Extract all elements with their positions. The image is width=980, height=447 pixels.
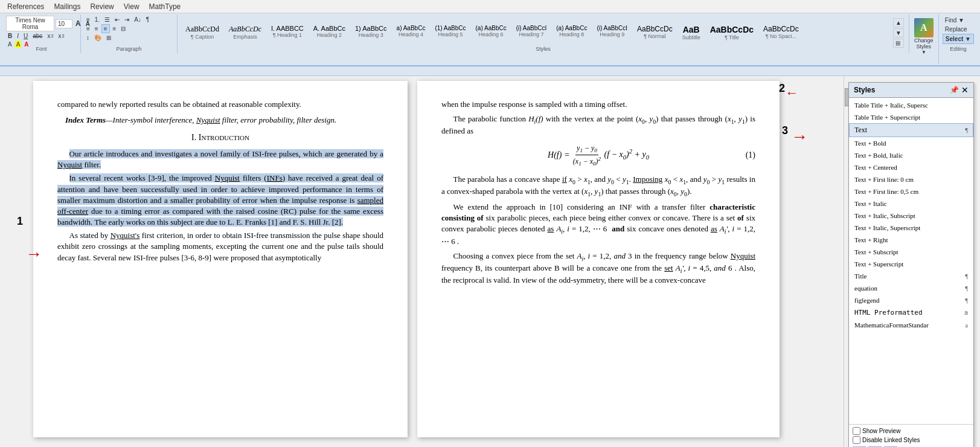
styles-panel-close-btn[interactable]: ✕ <box>961 85 969 95</box>
style-entry-text-firstline-05[interactable]: Text + First line: 0,5 cm <box>849 185 973 198</box>
style-entry-text-italic-superscript[interactable]: Text + Italic, Superscript <box>849 222 973 234</box>
style-entry-equation[interactable]: equation ¶ <box>849 282 973 294</box>
style-entry-title[interactable]: Title ¶ <box>849 270 973 282</box>
menu-mathtype[interactable]: MathType <box>144 1 186 12</box>
increase-indent-btn[interactable]: ⇥ <box>123 16 131 24</box>
disable-linked-checkbox[interactable] <box>853 436 860 444</box>
replace-btn[interactable]: Replace <box>943 25 974 34</box>
menu-mailings[interactable]: Mailings <box>49 1 85 12</box>
styles-list: Table Title + Italic, Supersc Table Titl… <box>849 98 973 424</box>
section-heading: I. INTRODUCTION <box>57 132 383 144</box>
shading-btn[interactable]: 🎨 <box>92 34 103 42</box>
left-page: compared to newly reported results can b… <box>33 81 408 437</box>
show-preview-checkbox[interactable] <box>853 427 860 435</box>
style-heading8[interactable]: (a) AaBbCc Heading 8 <box>552 23 591 42</box>
style-heading3[interactable]: 1) AaBbCc Heading 3 <box>351 23 391 42</box>
style-entry-mathematica[interactable]: MathematicaFormatStandar a <box>849 319 973 331</box>
style-entry-table-title-italic[interactable]: Table Title + Italic, Supersc <box>849 99 973 111</box>
subscript-btn[interactable]: x2 <box>45 32 55 40</box>
style-subtitle[interactable]: AaB Subtitle <box>678 23 705 42</box>
ribbon: Times New Roma 10 A A B I U abc x2 x2 A … <box>0 13 980 66</box>
decrease-indent-btn[interactable]: ⇤ <box>113 16 121 24</box>
sort-btn[interactable]: A↓ <box>132 16 143 24</box>
menu-review[interactable]: Review <box>85 1 118 12</box>
style-heading9[interactable]: (i) AaBbCcI Heading 9 <box>592 23 632 42</box>
style-entry-text-subscript[interactable]: Text + Subscript <box>849 246 973 258</box>
style-entry-text-right[interactable]: Text + Right <box>849 234 973 246</box>
formula-number: (1) <box>746 149 755 161</box>
style-heading4[interactable]: a) AaBbCc Heading 4 <box>392 23 430 42</box>
show-marks-btn[interactable]: ¶ <box>144 16 151 24</box>
select-btn[interactable]: Select ▼ <box>943 34 974 44</box>
styles-panel-pin[interactable]: 📌 <box>950 85 959 95</box>
left-page-wrapper: compared to newly reported results can b… <box>0 76 412 447</box>
annotation-arrow-2: → <box>785 85 798 101</box>
style-normal[interactable]: AaBbCcDc ¶ Normal <box>633 23 677 42</box>
column-btn[interactable]: ⊟ <box>119 25 127 33</box>
formula-denominator: (x1 − x0)2 <box>572 155 602 168</box>
style-entry-text-superscript[interactable]: Text + Superscript <box>849 258 973 270</box>
italic-btn[interactable]: I <box>15 32 21 40</box>
font-group-label: Font <box>2 46 80 52</box>
line-spacing-btn[interactable]: ↕ <box>85 34 91 42</box>
style-entry-text-bold-italic[interactable]: Text + Bold, Italic <box>849 149 973 161</box>
right-para1: when the impulse response is sampled wit… <box>441 99 755 110</box>
bold-btn[interactable]: B <box>6 32 14 40</box>
intro-para3: As stated by Nyquist's first criterion, … <box>57 230 383 263</box>
superscript-btn[interactable]: x2 <box>57 32 66 40</box>
menu-view[interactable]: View <box>119 1 144 12</box>
style-heading1[interactable]: I. AABBCC ¶ Heading 1 <box>267 23 308 42</box>
footer-checkboxes: Show Preview Disable Linked Styles <box>853 427 970 444</box>
style-emphasis[interactable]: AaBbCcDc Emphasis <box>225 23 266 42</box>
styles-panel-controls: 📌 ✕ <box>950 85 969 95</box>
intro-para2: In several recent works [3-9], the impro… <box>57 173 383 228</box>
intro-continuation: compared to newly reported results can b… <box>57 99 383 110</box>
style-entry-text-centered[interactable]: Text + Centered <box>849 161 973 173</box>
show-preview-label[interactable]: Show Preview <box>853 427 970 435</box>
numbering-btn[interactable]: 1. <box>93 16 101 24</box>
find-btn[interactable]: Find ▼ <box>943 16 974 25</box>
formula-1: H(f) = y1 − y0 (x1 − x0)2 (f − x0)2 + y0… <box>441 143 755 168</box>
style-entry-html-preformatted[interactable]: HTML Preformatted a <box>849 306 973 319</box>
font-name-btn[interactable]: Times New Roma <box>6 16 54 31</box>
style-entry-text[interactable]: Text ¶ <box>849 123 973 137</box>
justify-btn[interactable]: ≡ <box>111 25 118 33</box>
right-para3: The parabola has a concave shape if x0 >… <box>441 174 755 198</box>
bullets-btn[interactable]: ≡ <box>85 16 92 24</box>
style-caption[interactable]: AaBbCcDd ¶ Caption <box>181 23 223 42</box>
annotation-number-1: 1 <box>17 215 23 228</box>
annotation-arrow-3: → <box>791 127 808 146</box>
menu-references[interactable]: References <box>2 1 49 12</box>
align-right-btn[interactable]: ≡ <box>101 24 110 33</box>
style-entry-text-firstline-0[interactable]: Text + First line: 0 cm <box>849 173 973 185</box>
underline-btn[interactable]: U <box>22 32 30 40</box>
change-styles-icon: A <box>914 18 934 37</box>
style-nospacing[interactable]: AaBbCcDc ¶ No Spaci... <box>759 23 803 42</box>
style-entry-text-bold[interactable]: Text + Bold <box>849 137 973 149</box>
style-title[interactable]: AaBbCcDc ¶ Title <box>706 23 758 42</box>
styles-scroll-down[interactable]: ▼ <box>893 28 904 37</box>
style-heading6[interactable]: (a) AaBbCc Heading 6 <box>472 23 511 42</box>
multilevel-btn[interactable]: ☰ <box>103 16 112 24</box>
align-center-btn[interactable]: ≡ <box>93 25 100 33</box>
style-entry-table-title-superscript[interactable]: Table Title + Superscript <box>849 111 973 123</box>
paragraph-group-label: Paragraph <box>81 46 177 52</box>
change-styles-btn[interactable]: A ChangeStyles ▼ <box>912 17 936 56</box>
style-heading5[interactable]: (1) AaBbCc Heading 5 <box>431 23 470 42</box>
editing-group: Find ▼ Replace Select ▼ Editing <box>939 14 978 53</box>
disable-linked-label[interactable]: Disable Linked Styles <box>853 436 970 444</box>
styles-group: AaBbCcDd ¶ Caption AaBbCcDc Emphasis I. … <box>178 14 909 53</box>
style-heading7[interactable]: (i) AaBbCcI Heading 7 <box>512 23 551 42</box>
font-group: Times New Roma 10 A A B I U abc x2 x2 A … <box>2 14 81 53</box>
font-size-btn[interactable]: 10 <box>56 19 72 28</box>
style-entry-figlegend[interactable]: figlegend ¶ <box>849 294 973 306</box>
styles-scroll-up[interactable]: ▲ <box>893 18 904 27</box>
style-entry-text-italic[interactable]: Text + Italic <box>849 198 973 210</box>
ruler <box>0 66 980 76</box>
style-entry-text-italic-subscript[interactable]: Text + Italic, Subscript <box>849 210 973 222</box>
style-heading2[interactable]: A. AaBbCc Heading 2 <box>309 23 350 42</box>
right-para5: Choosing a convex piece from the set Ai,… <box>441 251 755 286</box>
borders-btn[interactable]: ⊞ <box>104 34 113 42</box>
align-left-btn[interactable]: ≡ <box>85 25 92 33</box>
strikethrough-btn[interactable]: abc <box>31 32 44 40</box>
